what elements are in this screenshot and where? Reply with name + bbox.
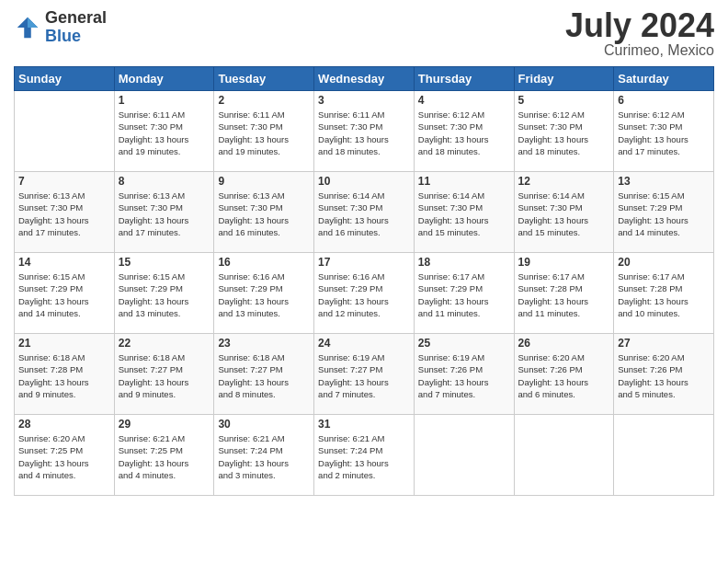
day-header-monday: Monday bbox=[114, 67, 214, 91]
day-info: Sunrise: 6:11 AMSunset: 7:30 PMDaylight:… bbox=[318, 109, 410, 157]
day-info: Sunrise: 6:20 AMSunset: 7:25 PMDaylight:… bbox=[18, 432, 110, 481]
day-info: Sunrise: 6:19 AMSunset: 7:27 PMDaylight:… bbox=[318, 351, 410, 400]
calendar-cell: 18Sunrise: 6:17 AMSunset: 7:29 PMDayligh… bbox=[414, 253, 514, 334]
day-number: 10 bbox=[318, 175, 410, 188]
calendar-cell: 22Sunrise: 6:18 AMSunset: 7:27 PMDayligh… bbox=[114, 334, 214, 415]
calendar-cell bbox=[414, 415, 514, 496]
calendar-cell: 30Sunrise: 6:21 AMSunset: 7:24 PMDayligh… bbox=[214, 415, 314, 496]
day-header-saturday: Saturday bbox=[614, 67, 714, 91]
day-number: 26 bbox=[518, 337, 610, 350]
day-number: 14 bbox=[18, 256, 110, 269]
calendar-cell: 10Sunrise: 6:14 AMSunset: 7:30 PMDayligh… bbox=[314, 172, 415, 253]
calendar-cell: 19Sunrise: 6:17 AMSunset: 7:28 PMDayligh… bbox=[514, 253, 614, 334]
day-number: 28 bbox=[18, 418, 110, 431]
calendar-cell: 5Sunrise: 6:12 AMSunset: 7:30 PMDaylight… bbox=[514, 91, 614, 172]
day-number: 15 bbox=[119, 256, 210, 269]
day-info: Sunrise: 6:21 AMSunset: 7:25 PMDaylight:… bbox=[119, 432, 210, 481]
calendar-cell: 25Sunrise: 6:19 AMSunset: 7:26 PMDayligh… bbox=[414, 334, 514, 415]
day-info: Sunrise: 6:19 AMSunset: 7:26 PMDaylight:… bbox=[418, 351, 510, 400]
calendar-cell: 7Sunrise: 6:13 AMSunset: 7:30 PMDaylight… bbox=[15, 172, 115, 253]
day-number: 17 bbox=[318, 256, 410, 269]
day-info: Sunrise: 6:20 AMSunset: 7:26 PMDaylight:… bbox=[618, 351, 710, 400]
day-info: Sunrise: 6:15 AMSunset: 7:29 PMDaylight:… bbox=[119, 270, 210, 319]
calendar-cell: 11Sunrise: 6:14 AMSunset: 7:30 PMDayligh… bbox=[414, 172, 514, 253]
calendar-cell: 1Sunrise: 6:11 AMSunset: 7:30 PMDaylight… bbox=[114, 91, 214, 172]
calendar-location: Curimeo, Mexico bbox=[565, 42, 714, 59]
day-info: Sunrise: 6:21 AMSunset: 7:24 PMDaylight:… bbox=[218, 432, 310, 481]
calendar-cell: 16Sunrise: 6:16 AMSunset: 7:29 PMDayligh… bbox=[214, 253, 314, 334]
calendar-cell: 4Sunrise: 6:12 AMSunset: 7:30 PMDaylight… bbox=[414, 91, 514, 172]
week-row-4: 28Sunrise: 6:20 AMSunset: 7:25 PMDayligh… bbox=[15, 415, 714, 496]
header-row: SundayMondayTuesdayWednesdayThursdayFrid… bbox=[15, 67, 714, 91]
day-number: 29 bbox=[119, 418, 210, 431]
day-number: 19 bbox=[518, 256, 610, 269]
day-info: Sunrise: 6:11 AMSunset: 7:30 PMDaylight:… bbox=[119, 109, 210, 157]
week-row-0: 1Sunrise: 6:11 AMSunset: 7:30 PMDaylight… bbox=[15, 91, 714, 172]
week-row-1: 7Sunrise: 6:13 AMSunset: 7:30 PMDaylight… bbox=[15, 172, 714, 253]
week-row-2: 14Sunrise: 6:15 AMSunset: 7:29 PMDayligh… bbox=[15, 253, 714, 334]
day-header-friday: Friday bbox=[514, 67, 614, 91]
day-number: 27 bbox=[618, 337, 710, 350]
calendar-cell: 13Sunrise: 6:15 AMSunset: 7:29 PMDayligh… bbox=[614, 172, 714, 253]
day-info: Sunrise: 6:21 AMSunset: 7:24 PMDaylight:… bbox=[318, 432, 410, 481]
header: General Blue July 2024 Curimeo, Mexico bbox=[14, 9, 714, 59]
day-info: Sunrise: 6:17 AMSunset: 7:28 PMDaylight:… bbox=[518, 270, 610, 319]
calendar-cell: 26Sunrise: 6:20 AMSunset: 7:26 PMDayligh… bbox=[514, 334, 614, 415]
calendar-cell: 20Sunrise: 6:17 AMSunset: 7:28 PMDayligh… bbox=[614, 253, 714, 334]
calendar-cell: 15Sunrise: 6:15 AMSunset: 7:29 PMDayligh… bbox=[114, 253, 214, 334]
day-info: Sunrise: 6:13 AMSunset: 7:30 PMDaylight:… bbox=[119, 190, 210, 238]
day-info: Sunrise: 6:14 AMSunset: 7:30 PMDaylight:… bbox=[318, 190, 410, 238]
day-number: 23 bbox=[218, 337, 310, 350]
calendar-cell: 27Sunrise: 6:20 AMSunset: 7:26 PMDayligh… bbox=[614, 334, 714, 415]
day-number: 31 bbox=[318, 418, 410, 431]
day-info: Sunrise: 6:18 AMSunset: 7:27 PMDaylight:… bbox=[218, 351, 310, 400]
calendar-cell bbox=[614, 415, 714, 496]
day-info: Sunrise: 6:17 AMSunset: 7:28 PMDaylight:… bbox=[618, 270, 710, 319]
day-number: 18 bbox=[418, 256, 510, 269]
calendar-cell: 14Sunrise: 6:15 AMSunset: 7:29 PMDayligh… bbox=[15, 253, 115, 334]
day-number: 6 bbox=[618, 94, 710, 107]
calendar-cell: 21Sunrise: 6:18 AMSunset: 7:28 PMDayligh… bbox=[15, 334, 115, 415]
day-info: Sunrise: 6:14 AMSunset: 7:30 PMDaylight:… bbox=[418, 190, 510, 238]
calendar-cell: 28Sunrise: 6:20 AMSunset: 7:25 PMDayligh… bbox=[15, 415, 115, 496]
day-number: 11 bbox=[418, 175, 510, 188]
calendar-cell bbox=[15, 91, 115, 172]
calendar-cell bbox=[514, 415, 614, 496]
title-block: July 2024 Curimeo, Mexico bbox=[565, 9, 714, 59]
day-number: 30 bbox=[218, 418, 310, 431]
day-number: 2 bbox=[218, 94, 310, 107]
day-info: Sunrise: 6:12 AMSunset: 7:30 PMDaylight:… bbox=[418, 109, 510, 157]
day-info: Sunrise: 6:18 AMSunset: 7:28 PMDaylight:… bbox=[18, 351, 110, 400]
calendar-title: July 2024 bbox=[565, 9, 714, 42]
day-header-thursday: Thursday bbox=[414, 67, 514, 91]
calendar-cell: 29Sunrise: 6:21 AMSunset: 7:25 PMDayligh… bbox=[114, 415, 214, 496]
logo: General Blue bbox=[14, 9, 107, 46]
day-number: 16 bbox=[218, 256, 310, 269]
day-info: Sunrise: 6:18 AMSunset: 7:27 PMDaylight:… bbox=[119, 351, 210, 400]
day-number: 1 bbox=[119, 94, 210, 107]
day-number: 13 bbox=[618, 175, 710, 188]
day-number: 20 bbox=[618, 256, 710, 269]
logo-general-text: General bbox=[45, 9, 107, 28]
day-header-wednesday: Wednesday bbox=[314, 67, 415, 91]
day-number: 22 bbox=[119, 337, 210, 350]
day-info: Sunrise: 6:13 AMSunset: 7:30 PMDaylight:… bbox=[218, 190, 310, 238]
calendar-cell: 9Sunrise: 6:13 AMSunset: 7:30 PMDaylight… bbox=[214, 172, 314, 253]
logo-icon bbox=[14, 14, 41, 41]
day-info: Sunrise: 6:15 AMSunset: 7:29 PMDaylight:… bbox=[618, 190, 710, 238]
day-info: Sunrise: 6:15 AMSunset: 7:29 PMDaylight:… bbox=[18, 270, 110, 319]
day-info: Sunrise: 6:12 AMSunset: 7:30 PMDaylight:… bbox=[618, 109, 710, 157]
day-info: Sunrise: 6:14 AMSunset: 7:30 PMDaylight:… bbox=[518, 190, 610, 238]
day-info: Sunrise: 6:17 AMSunset: 7:29 PMDaylight:… bbox=[418, 270, 510, 319]
day-info: Sunrise: 6:16 AMSunset: 7:29 PMDaylight:… bbox=[218, 270, 310, 319]
day-info: Sunrise: 6:11 AMSunset: 7:30 PMDaylight:… bbox=[218, 109, 310, 157]
day-header-sunday: Sunday bbox=[15, 67, 115, 91]
day-info: Sunrise: 6:13 AMSunset: 7:30 PMDaylight:… bbox=[18, 190, 110, 238]
day-number: 21 bbox=[18, 337, 110, 350]
page: General Blue July 2024 Curimeo, Mexico S… bbox=[0, 0, 728, 563]
calendar-cell: 2Sunrise: 6:11 AMSunset: 7:30 PMDaylight… bbox=[214, 91, 314, 172]
calendar-cell: 6Sunrise: 6:12 AMSunset: 7:30 PMDaylight… bbox=[614, 91, 714, 172]
calendar-cell: 31Sunrise: 6:21 AMSunset: 7:24 PMDayligh… bbox=[314, 415, 415, 496]
day-number: 3 bbox=[318, 94, 410, 107]
calendar-table: SundayMondayTuesdayWednesdayThursdayFrid… bbox=[14, 66, 714, 496]
